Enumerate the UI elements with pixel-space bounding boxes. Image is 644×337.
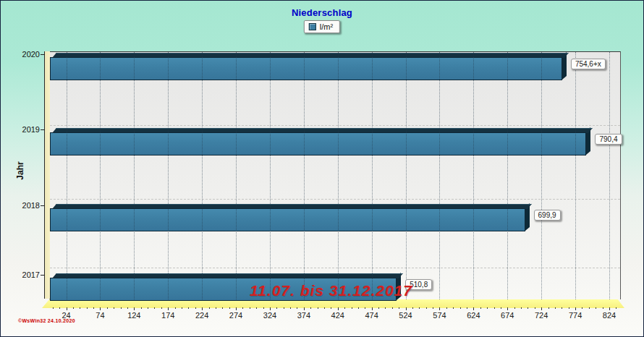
x-tick-minor — [548, 307, 549, 309]
x-tick-minor — [480, 307, 481, 309]
gridline-vertical — [372, 52, 373, 299]
x-tick-minor — [290, 307, 291, 309]
bar-front-face — [50, 132, 586, 155]
x-tick-label: 674 — [501, 311, 514, 320]
legend-swatch-icon — [309, 23, 316, 30]
x-tick-minor — [141, 307, 142, 309]
x-tick-minor — [256, 307, 257, 309]
y-tick-label-2018: 2018 — [11, 201, 40, 210]
x-tick-minor — [297, 307, 297, 309]
bar-2018 — [50, 204, 525, 231]
x-tick-minor — [603, 307, 603, 309]
x-tick-minor — [209, 307, 210, 309]
x-tick-label: 724 — [535, 311, 548, 320]
x-tick-minor — [188, 307, 189, 309]
value-label: 699,9 — [534, 210, 561, 221]
x-tick-minor — [284, 307, 284, 309]
y-tick-mark — [41, 275, 45, 276]
y-tick-mark — [41, 54, 45, 55]
x-tick-minor — [114, 307, 114, 309]
x-tick-minor — [446, 307, 447, 309]
gridline-vertical — [338, 52, 339, 299]
x-tick-label: 174 — [161, 311, 174, 320]
x-tick-major — [406, 307, 407, 310]
x-tick-major — [202, 307, 203, 310]
x-tick-label: 824 — [603, 311, 616, 320]
bar-2019 — [50, 128, 586, 155]
x-tick-label: 774 — [569, 311, 582, 320]
x-tick-minor — [453, 307, 454, 309]
x-tick-minor — [358, 307, 359, 309]
x-tick-minor — [352, 307, 352, 309]
chart-title: Niederschlag — [1, 7, 643, 18]
x-tick-label: 224 — [195, 311, 208, 320]
x-tick-major — [439, 307, 440, 310]
gridline-vertical — [473, 52, 474, 299]
x-tick-minor — [528, 307, 528, 309]
x-tick-minor — [148, 307, 148, 309]
x-tick-minor — [216, 307, 216, 309]
y-tick-label-2020: 2020 — [11, 50, 40, 59]
gridline-vertical — [507, 52, 508, 299]
x-tick-minor — [127, 307, 128, 309]
gridline-vertical — [304, 52, 305, 299]
x-tick-major — [541, 307, 542, 310]
y-tick-label-2019: 2019 — [11, 125, 40, 134]
x-tick-minor — [569, 307, 569, 309]
x-tick-label: 24 — [62, 311, 70, 320]
gridline-vertical — [100, 52, 101, 299]
x-tick-minor — [426, 307, 427, 309]
x-tick-minor — [175, 307, 176, 309]
x-tick-minor — [161, 307, 162, 309]
x-tick-major — [67, 307, 67, 310]
bar-2020 — [50, 53, 562, 80]
x-tick-minor — [555, 307, 556, 309]
x-tick-minor — [487, 307, 488, 309]
x-tick-minor — [412, 307, 413, 309]
gridline-vertical — [575, 52, 576, 299]
x-tick-minor — [93, 307, 94, 309]
x-tick-label: 324 — [263, 311, 276, 320]
gridline-vertical — [236, 52, 237, 299]
x-tick-label: 424 — [331, 311, 344, 320]
x-tick-minor — [182, 307, 182, 309]
x-tick-minor — [521, 307, 522, 309]
x-tick-major — [270, 307, 271, 310]
x-tick-minor — [419, 307, 420, 309]
x-tick-minor — [263, 307, 264, 309]
x-tick-label: 74 — [96, 311, 104, 320]
section-separator — [50, 268, 620, 268]
x-tick-major — [609, 307, 610, 310]
bar-front-face — [50, 208, 525, 231]
x-tick-minor — [250, 307, 250, 309]
section-separator — [50, 199, 620, 200]
x-tick-major — [575, 307, 576, 310]
y-axis-title: Jahr — [15, 161, 25, 179]
x-tick-minor — [589, 307, 590, 309]
x-tick-minor — [494, 307, 495, 309]
gridline-vertical — [67, 52, 67, 299]
x-tick-minor — [378, 307, 379, 309]
x-tick-major — [236, 307, 237, 310]
x-tick-label: 124 — [127, 311, 140, 320]
x-tick-minor — [514, 307, 515, 309]
x-tick-major — [372, 307, 373, 310]
x-tick-minor — [344, 307, 345, 309]
x-tick-minor — [121, 307, 122, 309]
x-tick-minor — [107, 307, 108, 309]
x-tick-major — [338, 307, 339, 310]
x-tick-minor — [460, 307, 461, 309]
x-tick-minor — [80, 307, 80, 309]
gridline-vertical — [439, 52, 440, 299]
x-tick-minor — [392, 307, 393, 309]
x-tick-minor — [195, 307, 196, 309]
x-tick-minor — [433, 307, 433, 309]
gridline-vertical — [134, 52, 135, 299]
x-tick-minor — [582, 307, 582, 309]
value-label: 790,4 — [595, 134, 622, 145]
value-label: 754,6+x — [571, 59, 606, 69]
x-tick-label: 524 — [399, 311, 412, 320]
gridline-vertical — [202, 52, 203, 299]
x-tick-label: 574 — [433, 311, 446, 320]
x-tick-minor — [324, 307, 325, 309]
